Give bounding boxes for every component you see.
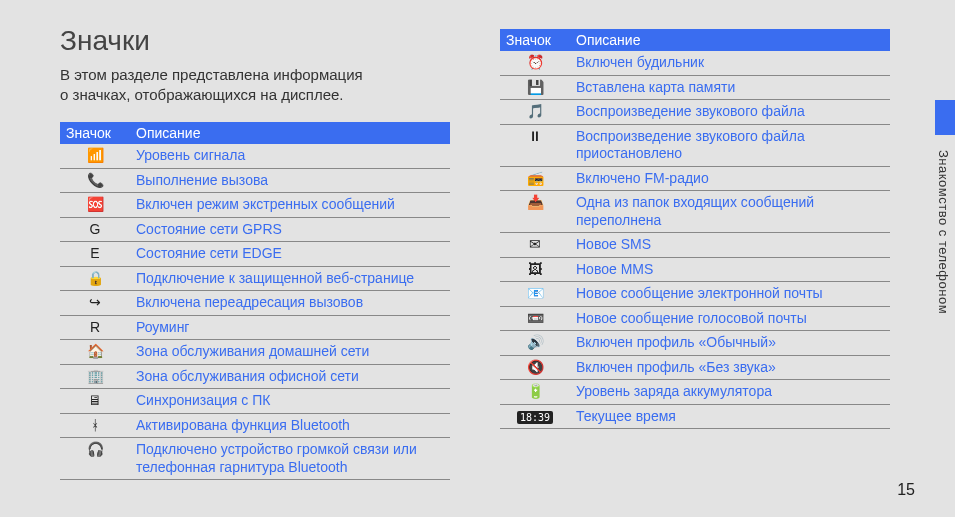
table-row: EСостояние сети EDGE	[60, 242, 450, 267]
row-icon: E	[60, 242, 130, 267]
row-desc: Включен профиль «Обычный»	[570, 331, 890, 356]
row-desc: Одна из папок входящих сообщений перепол…	[570, 191, 890, 233]
row-desc: Подключено устройство громкой связи или …	[130, 438, 450, 480]
row-desc: Новое SMS	[570, 233, 890, 258]
table-row: 🎵Воспроизведение звукового файла	[500, 100, 890, 125]
table-row: ᚼАктивирована функция Bluetooth	[60, 413, 450, 438]
row-icon: 📞	[60, 168, 130, 193]
th-icon: Значок	[500, 29, 570, 51]
table-row: ↪Включена переадресация вызовов	[60, 291, 450, 316]
side-caption: Знакомство с телефоном	[936, 150, 951, 314]
table-row: 🔒Подключение к защищенной веб-странице	[60, 266, 450, 291]
table-row: 🏢Зона обслуживания офисной сети	[60, 364, 450, 389]
table-row: 🔊Включен профиль «Обычный»	[500, 331, 890, 356]
row-icon: 🔊	[500, 331, 570, 356]
row-icon: ᚼ	[60, 413, 130, 438]
table-row: 🔋Уровень заряда аккумулятора	[500, 380, 890, 405]
row-desc: Вставлена карта памяти	[570, 75, 890, 100]
left-column: Значки В этом разделе представлена инфор…	[60, 25, 450, 480]
row-desc: Уровень сигнала	[130, 144, 450, 168]
side-tab	[935, 100, 955, 135]
row-desc: Новое сообщение голосовой почты	[570, 306, 890, 331]
row-icon: 🔒	[60, 266, 130, 291]
row-icon: 18:39	[500, 404, 570, 429]
row-icon: 📧	[500, 282, 570, 307]
row-desc: Зона обслуживания офисной сети	[130, 364, 450, 389]
table-row: ⏸Воспроизведение звукового файла приоста…	[500, 124, 890, 166]
row-icon: 🏢	[60, 364, 130, 389]
table-row: 📼Новое сообщение голосовой почты	[500, 306, 890, 331]
row-desc: Включен будильник	[570, 51, 890, 75]
row-icon: 🎧	[60, 438, 130, 480]
row-desc: Включено FM-радио	[570, 166, 890, 191]
row-desc: Состояние сети GPRS	[130, 217, 450, 242]
table-row: 18:39Текущее время	[500, 404, 890, 429]
row-desc: Новое MMS	[570, 257, 890, 282]
row-icon: 📥	[500, 191, 570, 233]
row-icon: 📼	[500, 306, 570, 331]
table-row: 🏠Зона обслуживания домашней сети	[60, 340, 450, 365]
row-desc: Подключение к защищенной веб-странице	[130, 266, 450, 291]
table-row: 📻Включено FM-радио	[500, 166, 890, 191]
row-desc: Выполнение вызова	[130, 168, 450, 193]
icons-table-left: Значок Описание 📶Уровень сигнала📞Выполне…	[60, 122, 450, 480]
row-icon: 🎵	[500, 100, 570, 125]
right-column: Значок Описание ⏰Включен будильник💾Встав…	[500, 25, 890, 480]
row-icon: 📶	[60, 144, 130, 168]
th-desc: Описание	[570, 29, 890, 51]
table-row: 📶Уровень сигнала	[60, 144, 450, 168]
row-desc: Новое сообщение электронной почты	[570, 282, 890, 307]
row-icon: 📻	[500, 166, 570, 191]
table-row: RРоуминг	[60, 315, 450, 340]
row-desc: Синхронизация с ПК	[130, 389, 450, 414]
row-desc: Включена переадресация вызовов	[130, 291, 450, 316]
row-icon: 🔇	[500, 355, 570, 380]
page-number: 15	[897, 481, 915, 499]
table-row: 📧Новое сообщение электронной почты	[500, 282, 890, 307]
table-row: 🎧Подключено устройство громкой связи или…	[60, 438, 450, 480]
row-icon: 🖥	[60, 389, 130, 414]
row-icon: G	[60, 217, 130, 242]
th-desc: Описание	[130, 122, 450, 144]
row-desc: Роуминг	[130, 315, 450, 340]
table-row: 🖼Новое MMS	[500, 257, 890, 282]
row-desc: Активирована функция Bluetooth	[130, 413, 450, 438]
row-desc: Включен режим экстренных сообщений	[130, 193, 450, 218]
table-row: 📞Выполнение вызова	[60, 168, 450, 193]
table-row: 🔇Включен профиль «Без звука»	[500, 355, 890, 380]
page-title: Значки	[60, 25, 450, 57]
table-row: GСостояние сети GPRS	[60, 217, 450, 242]
row-icon: 💾	[500, 75, 570, 100]
table-row: 🖥Синхронизация с ПК	[60, 389, 450, 414]
row-desc: Уровень заряда аккумулятора	[570, 380, 890, 405]
row-icon: ✉	[500, 233, 570, 258]
row-icon: ↪	[60, 291, 130, 316]
table-row: 🆘Включен режим экстренных сообщений	[60, 193, 450, 218]
intro-text: В этом разделе представлена информация о…	[60, 65, 450, 104]
row-desc: Воспроизведение звукового файла приостан…	[570, 124, 890, 166]
table-row: ✉Новое SMS	[500, 233, 890, 258]
row-icon: ⏸	[500, 124, 570, 166]
row-icon: R	[60, 315, 130, 340]
row-desc: Включен профиль «Без звука»	[570, 355, 890, 380]
th-icon: Значок	[60, 122, 130, 144]
table-row: 📥Одна из папок входящих сообщений перепо…	[500, 191, 890, 233]
row-icon: 🔋	[500, 380, 570, 405]
row-icon: 🆘	[60, 193, 130, 218]
table-row: ⏰Включен будильник	[500, 51, 890, 75]
row-desc: Текущее время	[570, 404, 890, 429]
table-row: 💾Вставлена карта памяти	[500, 75, 890, 100]
icons-table-right: Значок Описание ⏰Включен будильник💾Встав…	[500, 29, 890, 429]
row-desc: Воспроизведение звукового файла	[570, 100, 890, 125]
row-desc: Состояние сети EDGE	[130, 242, 450, 267]
row-icon: ⏰	[500, 51, 570, 75]
row-icon: 🖼	[500, 257, 570, 282]
row-desc: Зона обслуживания домашней сети	[130, 340, 450, 365]
row-icon: 🏠	[60, 340, 130, 365]
